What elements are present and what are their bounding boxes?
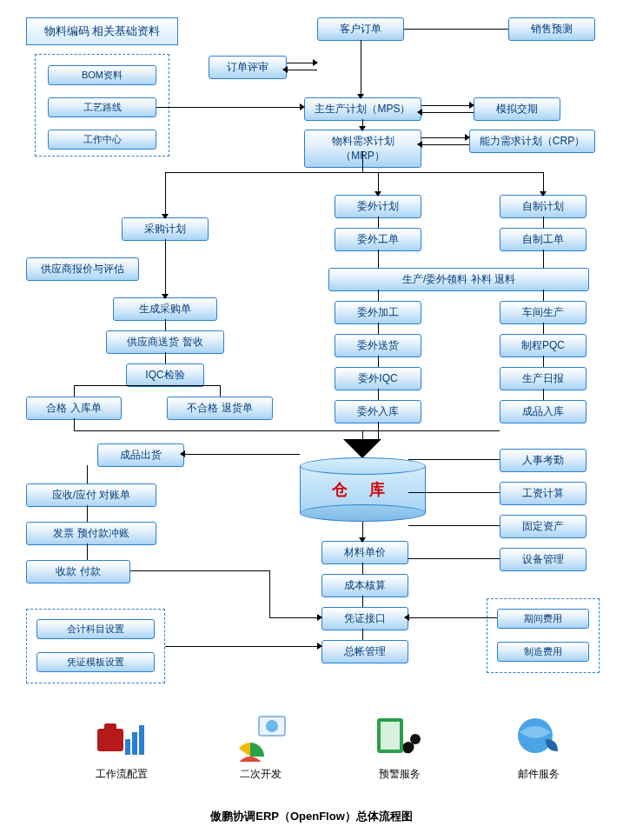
arrow-line [543, 290, 544, 301]
label: 成本核算 [344, 579, 386, 591]
arrow-line [543, 250, 544, 268]
arrow-line [543, 323, 544, 334]
arrow-right-icon [465, 134, 470, 141]
node-mfg-exp: 制造费用 [497, 642, 589, 662]
arrow-line [362, 151, 363, 172]
node-fail-return: 不合格 退货单 [167, 397, 273, 420]
arrow-line [378, 323, 379, 334]
arrow-down-icon [359, 537, 366, 543]
arrow-line [543, 217, 544, 228]
label: 设备管理 [522, 553, 564, 565]
arrow-line [421, 112, 474, 113]
arrow-line [165, 352, 166, 363]
label: 固定资产 [522, 520, 564, 532]
footer-dev: 二次开发 [209, 713, 313, 782]
arrow-down-icon [162, 294, 169, 299]
label: 生成采购单 [139, 303, 191, 315]
arrow-right-icon [300, 103, 305, 110]
arrow-line [408, 558, 500, 559]
arrow-left-icon [180, 450, 185, 457]
node-daily: 生产日报 [500, 367, 587, 390]
label: 工资计算 [522, 487, 564, 499]
label: 工艺路线 [83, 102, 122, 112]
arrow-line [378, 217, 379, 228]
arrow-line [378, 389, 379, 400]
label: 合格 入库单 [46, 402, 101, 414]
arrow-line [287, 70, 317, 70]
label: 凭证接口 [344, 612, 386, 624]
label: 邮件服务 [518, 768, 560, 780]
label: 凭证模板设置 [67, 657, 124, 667]
node-coa: 会计科目设置 [36, 619, 155, 639]
node-voucher-if: 凭证接口 [321, 607, 408, 630]
arrow-down-icon [359, 126, 366, 131]
label: 成品入库 [522, 405, 564, 417]
arrow-left-icon [417, 109, 422, 116]
node-out-ship: 委外送货 [335, 334, 421, 357]
label: 制程PQC [521, 339, 565, 351]
arrow-line [408, 525, 500, 526]
footer-wf: 工作流配置 [70, 713, 174, 782]
label: 采购计划 [144, 223, 186, 235]
arrow-left-icon [282, 66, 288, 73]
arrow-line [74, 418, 75, 430]
node-iqc: IQC检验 [126, 363, 204, 387]
node-equip: 设备管理 [500, 548, 587, 571]
node-crp: 能力需求计划（CRP） [469, 130, 595, 153]
big-arrow-down-icon [343, 439, 381, 458]
node-out-plan: 委外计划 [335, 195, 421, 218]
arrow-line [361, 40, 361, 97]
label: 供应商报价与评估 [41, 263, 124, 275]
node-customer-order: 客户订单 [317, 17, 404, 41]
node-gl: 总帐管理 [321, 640, 408, 663]
label: 生产/委外领料 补料 退料 [402, 273, 515, 285]
node-arap: 应收/应付 对账单 [26, 483, 156, 507]
svg-rect-0 [97, 729, 123, 751]
label: 委外送货 [357, 339, 399, 351]
node-order-review: 订单评审 [209, 56, 287, 79]
arrow-line [378, 250, 379, 268]
svg-point-9 [410, 734, 421, 744]
arrow-line [269, 570, 270, 617]
arrow-line [165, 239, 166, 297]
arrow-line [408, 492, 500, 493]
node-routing: 工艺路线 [48, 97, 156, 117]
label: 制造费用 [524, 646, 562, 657]
warehouse-label: 仓 库 [300, 479, 426, 500]
label: 应收/应付 对账单 [52, 489, 131, 501]
node-fg-in: 成品入库 [500, 400, 587, 423]
arrow-line [404, 29, 508, 30]
label: 材料单价 [344, 546, 386, 558]
arrow-line [87, 543, 88, 560]
node-in-wo: 自制工单 [500, 228, 587, 251]
node-picking: 生产/委外领料 补料 退料 [328, 268, 589, 291]
node-pqc: 制程PQC [500, 334, 587, 357]
svg-rect-4 [139, 725, 144, 755]
arrow-left-icon [404, 614, 409, 621]
node-att: 人事考勤 [500, 449, 587, 472]
node-mps: 主生产计划（MPS） [304, 97, 421, 121]
svg-rect-8 [381, 722, 400, 750]
node-bom: BOM资料 [48, 65, 156, 85]
arrow-line [421, 137, 469, 138]
label: 期间费用 [524, 613, 562, 623]
node-wc: 工作中心 [48, 130, 156, 150]
label: 客户订单 [340, 23, 381, 35]
arrow-right-icon [317, 614, 322, 621]
arrow-line [408, 459, 500, 460]
node-supplier-quote: 供应商报价与评估 [26, 257, 139, 281]
label: 委外加工 [357, 306, 399, 318]
arrow-line [74, 430, 500, 431]
arrow-line [87, 505, 88, 522]
node-out-in: 委外入库 [335, 400, 421, 423]
svg-rect-1 [104, 723, 116, 730]
node-pay: 工资计算 [500, 482, 587, 505]
label: 人事考勤 [522, 454, 564, 466]
node-out-wo: 委外工单 [335, 228, 421, 251]
node-supplier-ship: 供应商送货 暂收 [106, 330, 224, 354]
label: 委外入库 [357, 405, 399, 417]
node-fixed: 固定资产 [500, 515, 587, 538]
arrow-line [165, 172, 166, 217]
pie-board-icon [233, 713, 288, 762]
node-in-plan: 自制计划 [500, 195, 587, 218]
